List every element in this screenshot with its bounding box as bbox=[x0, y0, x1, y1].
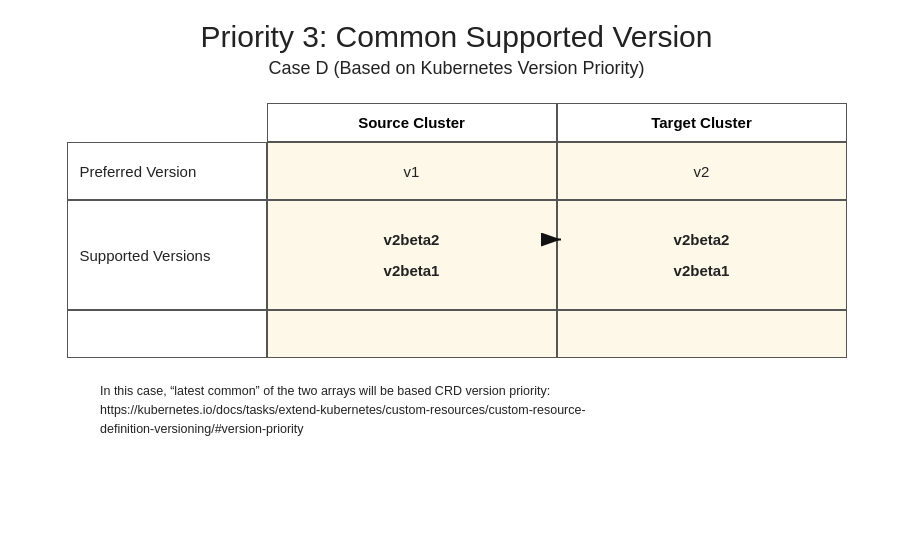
header-empty-cell bbox=[67, 103, 267, 142]
empty-target-cell bbox=[557, 310, 847, 358]
diagram-wrapper: Source Cluster Target Cluster Preferred … bbox=[30, 103, 883, 358]
source-v2beta2: v2beta2 bbox=[384, 231, 440, 248]
header-source-cluster: Source Cluster bbox=[267, 103, 557, 142]
preferred-source-value: v1 bbox=[404, 163, 420, 180]
preferred-version-source: v1 bbox=[267, 142, 557, 200]
header-target-cluster: Target Cluster bbox=[557, 103, 847, 142]
empty-label-cell bbox=[67, 310, 267, 358]
preferred-version-target: v2 bbox=[557, 142, 847, 200]
page-subtitle: Case D (Based on Kubernetes Version Prio… bbox=[268, 58, 644, 79]
target-cluster-label: Target Cluster bbox=[651, 114, 752, 131]
page-title: Priority 3: Common Supported Version bbox=[201, 20, 713, 54]
footnote-line2: https://kubernetes.io/docs/tasks/extend-… bbox=[100, 403, 586, 417]
supported-versions-target: v2beta2 v2beta1 bbox=[557, 200, 847, 310]
empty-source-cell bbox=[267, 310, 557, 358]
footnote-line1: In this case, “latest common” of the two… bbox=[100, 384, 550, 398]
footnote-line3: definition-versioning/#version-priority bbox=[100, 422, 304, 436]
footnote: In this case, “latest common” of the two… bbox=[90, 382, 790, 438]
source-cluster-label: Source Cluster bbox=[358, 114, 465, 131]
target-v2beta2: v2beta2 bbox=[674, 231, 730, 248]
supported-versions-source: v2beta2 v2beta1 bbox=[267, 200, 557, 310]
target-v2beta1: v2beta1 bbox=[674, 262, 730, 279]
diagram-grid: Source Cluster Target Cluster Preferred … bbox=[67, 103, 847, 358]
preferred-version-label: Preferred Version bbox=[67, 142, 267, 200]
source-v2beta1: v2beta1 bbox=[384, 262, 440, 279]
supported-versions-label: Supported Versions bbox=[67, 200, 267, 310]
preferred-target-value: v2 bbox=[694, 163, 710, 180]
